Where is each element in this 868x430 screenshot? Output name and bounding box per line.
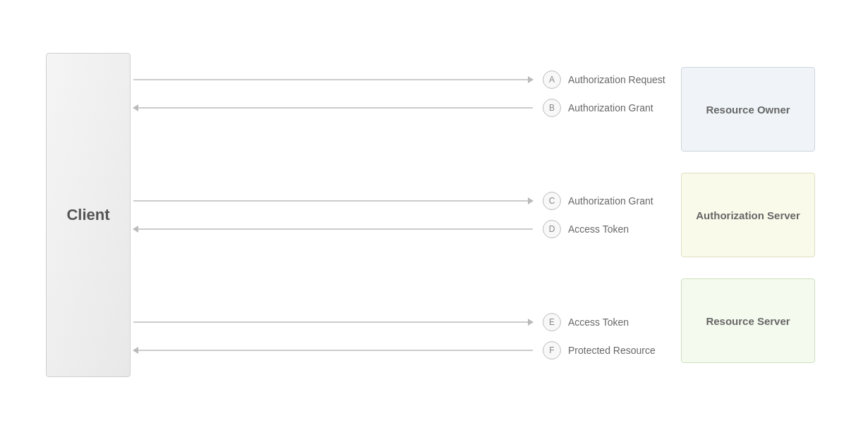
arrowhead-a xyxy=(528,76,534,83)
client-box: Client xyxy=(46,53,131,377)
label-f: Protected Resource xyxy=(568,345,681,356)
flow-group-2: C Authorization Grant D Access Token xyxy=(131,188,681,242)
authorization-server-label: Authorization Server xyxy=(689,202,807,228)
label-d: Access Token xyxy=(568,223,681,235)
line-f-inner xyxy=(133,350,533,351)
badge-a: A xyxy=(543,70,561,89)
arrowhead-c xyxy=(528,197,534,204)
oauth-diagram: Client A Authorization Request xyxy=(46,25,822,405)
line-c-inner xyxy=(133,200,533,202)
line-d-inner xyxy=(133,228,533,230)
badge-d: D xyxy=(543,220,561,238)
line-c xyxy=(133,200,533,202)
line-b xyxy=(133,107,533,109)
flow-row-e: E Access Token xyxy=(131,309,681,335)
line-e xyxy=(133,321,533,323)
flow-row-c: C Authorization Grant xyxy=(131,188,681,214)
badge-f: F xyxy=(543,341,561,360)
authorization-server-box: Authorization Server xyxy=(681,173,815,257)
flow-row-a: A Authorization Request xyxy=(131,67,681,92)
resource-owner-label: Resource Owner xyxy=(699,97,797,123)
label-a: Authorization Request xyxy=(568,74,681,85)
badge-e: E xyxy=(543,313,561,331)
flow-group-3: E Access Token F Protected Resource xyxy=(131,309,681,363)
servers-column: Resource Owner Authorization Server Reso… xyxy=(681,53,822,377)
arrowhead-b xyxy=(133,104,138,111)
line-b-inner xyxy=(133,107,533,109)
flow-row-b: B Authorization Grant xyxy=(131,95,681,121)
resource-server-label: Resource Server xyxy=(699,308,797,334)
line-a-inner xyxy=(133,79,533,80)
label-e: Access Token xyxy=(568,317,681,328)
middle-section: A Authorization Request B Authorization … xyxy=(131,53,681,377)
line-a xyxy=(133,79,533,80)
client-label: Client xyxy=(66,206,109,224)
line-f xyxy=(133,350,533,351)
arrowhead-d xyxy=(133,226,138,233)
badge-c: C xyxy=(543,192,561,210)
flow-row-f: F Protected Resource xyxy=(131,338,681,363)
flow-group-1: A Authorization Request B Authorization … xyxy=(131,67,681,121)
arrowhead-e xyxy=(528,319,534,326)
label-c: Authorization Grant xyxy=(568,195,681,207)
flow-row-d: D Access Token xyxy=(131,216,681,242)
arrowhead-f xyxy=(133,347,138,354)
line-d xyxy=(133,228,533,230)
line-e-inner xyxy=(133,321,533,323)
resource-server-box: Resource Server xyxy=(681,278,815,363)
badge-b: B xyxy=(543,99,561,117)
resource-owner-box: Resource Owner xyxy=(681,67,815,152)
label-b: Authorization Grant xyxy=(568,102,681,113)
